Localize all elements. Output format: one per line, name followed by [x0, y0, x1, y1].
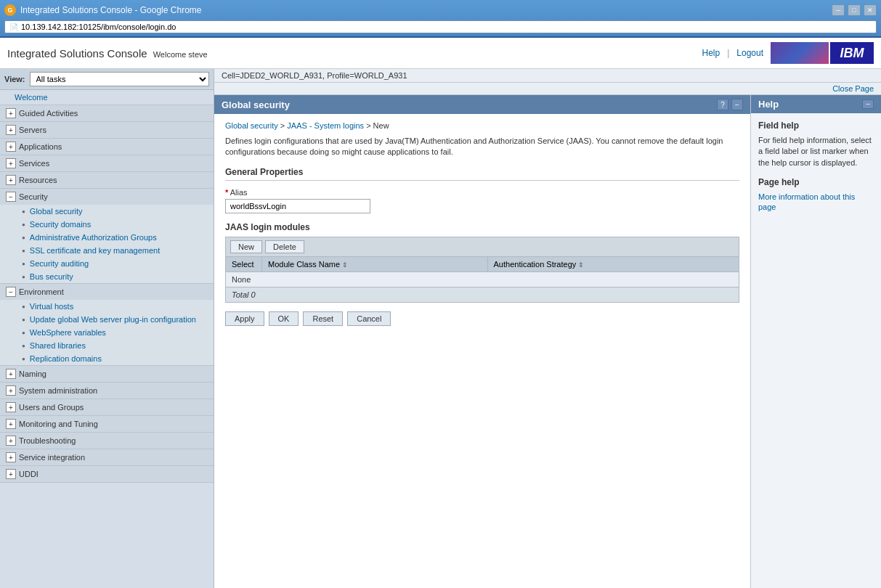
sidebar-item-resources[interactable]: + Resources — [0, 172, 214, 188]
apply-button[interactable]: Apply — [225, 311, 264, 326]
expand-icon: − — [6, 192, 16, 202]
header-right: Help | Logout IBM — [702, 42, 874, 64]
sidebar-item-naming[interactable]: + Naming — [0, 366, 214, 382]
page-title: Global security — [222, 99, 290, 110]
table-header-auth-strategy[interactable]: Authentication Strategy ⇕ — [487, 256, 739, 271]
sidebar-item-websphere-vars[interactable]: ●WebSphere variables — [0, 326, 214, 339]
table-none-row: None — [226, 271, 739, 287]
sidebar-item-guided-activities[interactable]: + Guided Activities — [0, 105, 214, 121]
none-cell: None — [226, 271, 739, 287]
page-content: Global security > JAAS - System logins >… — [214, 114, 750, 333]
welcome-text: Welcome steve — [153, 50, 208, 59]
sidebar-item-security[interactable]: − Security — [0, 189, 214, 205]
jaas-modules-table: Select Module Class Name ⇕ Authenticatio… — [225, 256, 739, 303]
total-cell: Total 0 — [226, 287, 739, 302]
new-button[interactable]: New — [230, 240, 262, 253]
sidebar-item-security-domains[interactable]: ●Security domains — [0, 218, 214, 231]
expand-icon: + — [6, 436, 16, 446]
sidebar-item-troubleshooting[interactable]: + Troubleshooting — [0, 433, 214, 449]
help-content: Field help For field help information, s… — [751, 113, 881, 219]
brand-area: IBM — [771, 42, 874, 64]
maximize-button[interactable]: □ — [848, 4, 861, 16]
close-page-bar: Close Page — [214, 83, 881, 95]
sidebar-item-applications[interactable]: + Applications — [0, 139, 214, 155]
close-button[interactable]: ✕ — [864, 4, 877, 16]
sidebar-item-update-global-web[interactable]: ●Update global Web server plug-in config… — [0, 313, 214, 326]
view-selector: View: All tasks — [0, 69, 214, 90]
delete-button[interactable]: Delete — [265, 240, 304, 253]
help-header: Help − — [751, 95, 881, 113]
alias-field-group: * Alias — [225, 188, 739, 213]
nav-group-services: + Services — [0, 155, 214, 172]
page-help-title: Page help — [758, 177, 874, 187]
field-help-title: Field help — [758, 121, 874, 131]
sidebar-item-monitoring[interactable]: + Monitoring and Tuning — [0, 416, 214, 432]
window-controls: ─ □ ✕ — [832, 4, 877, 16]
header-icons: ? − — [717, 99, 743, 110]
brand-graphic — [771, 42, 829, 64]
url-text: 10.139.142.182:10125/ibm/console/login.d… — [21, 23, 176, 31]
logout-link[interactable]: Logout — [736, 48, 763, 58]
table-header-module-class[interactable]: Module Class Name ⇕ — [262, 256, 488, 271]
table-header-select: Select — [226, 256, 262, 271]
reset-button[interactable]: Reset — [303, 311, 343, 326]
expand-icon: + — [6, 142, 16, 152]
sidebar-item-ssl-cert[interactable]: ●SSL certificate and key management — [0, 244, 214, 257]
sidebar-item-welcome[interactable]: Welcome — [0, 90, 214, 105]
nav-group-uddi: + UDDI — [0, 466, 214, 483]
breadcrumb-jaas-system-logins[interactable]: JAAS - System logins — [287, 121, 364, 130]
security-sub-items: ●Global security ●Security domains ●Admi… — [0, 205, 214, 283]
sidebar-item-admin-auth-groups[interactable]: ●Administrative Authorization Groups — [0, 231, 214, 244]
field-help-text: For field help information, select a fie… — [758, 135, 874, 168]
close-page-link[interactable]: Close Page — [832, 84, 874, 93]
page-icon: 📄 — [9, 23, 18, 31]
view-select[interactable]: All tasks — [30, 72, 209, 86]
sidebar-item-service-integration[interactable]: + Service integration — [0, 449, 214, 465]
nav-group-applications: + Applications — [0, 139, 214, 155]
sidebar-item-environment[interactable]: − Environment — [0, 284, 214, 300]
help-panel-title: Help — [758, 99, 779, 110]
sidebar-item-system-admin[interactable]: + System administration — [0, 383, 214, 399]
minimize-button[interactable]: ─ — [832, 4, 845, 16]
sidebar-item-global-security[interactable]: ●Global security — [0, 205, 214, 218]
page-collapse-button[interactable]: − — [731, 99, 743, 110]
breadcrumb-global-security[interactable]: Global security — [225, 121, 278, 130]
help-panel: Help − Field help For field help informa… — [750, 95, 881, 588]
sidebar-item-services[interactable]: + Services — [0, 155, 214, 171]
sidebar-item-shared-libraries[interactable]: ●Shared libraries — [0, 339, 214, 352]
alias-input[interactable] — [225, 199, 370, 213]
sidebar-item-security-auditing[interactable]: ●Security auditing — [0, 257, 214, 270]
alias-label: * Alias — [225, 188, 739, 197]
breadcrumb: Global security > JAAS - System logins >… — [225, 121, 739, 130]
help-link[interactable]: Help — [702, 48, 720, 58]
cancel-button[interactable]: Cancel — [347, 311, 391, 326]
content-panels: Global security ? − Global security > JA… — [214, 95, 881, 588]
ibm-logo: IBM — [830, 42, 874, 64]
app-header: Integrated Solutions Console Welcome ste… — [0, 38, 881, 69]
expand-icon: + — [6, 469, 16, 479]
expand-icon: + — [6, 402, 16, 412]
action-buttons: Apply OK Reset Cancel — [225, 311, 739, 326]
sidebar-item-bus-security[interactable]: ●Bus security — [0, 270, 214, 283]
window-title: Integrated Solutions Console - Google Ch… — [20, 5, 201, 15]
jaas-modules-title: JAAS login modules — [225, 222, 739, 232]
table-toolbar: New Delete — [225, 237, 739, 256]
sidebar-item-servers[interactable]: + Servers — [0, 122, 214, 138]
table-total-row: Total 0 — [226, 287, 739, 302]
ok-button[interactable]: OK — [269, 311, 299, 326]
page-header: Global security ? − — [214, 95, 750, 114]
nav-group-guided-activities: + Guided Activities — [0, 105, 214, 122]
sidebar-item-virtual-hosts[interactable]: ●Virtual hosts — [0, 300, 214, 313]
app-title: Integrated Solutions Console — [7, 47, 147, 60]
expand-icon: + — [6, 125, 16, 135]
sidebar-item-replication-domains[interactable]: ●Replication domains — [0, 352, 214, 365]
nav-group-resources: + Resources — [0, 172, 214, 189]
environment-sub-items: ●Virtual hosts ●Update global Web server… — [0, 300, 214, 365]
more-info-link[interactable]: More information about this page — [758, 192, 855, 211]
sidebar-item-uddi[interactable]: + UDDI — [0, 466, 214, 482]
help-close-button[interactable]: − — [862, 99, 874, 109]
nav-group-users-groups: + Users and Groups — [0, 399, 214, 416]
address-bar[interactable]: 📄 10.139.142.182:10125/ibm/console/login… — [4, 20, 877, 33]
sidebar-item-users-groups[interactable]: + Users and Groups — [0, 399, 214, 415]
page-help-icon-button[interactable]: ? — [717, 99, 728, 110]
